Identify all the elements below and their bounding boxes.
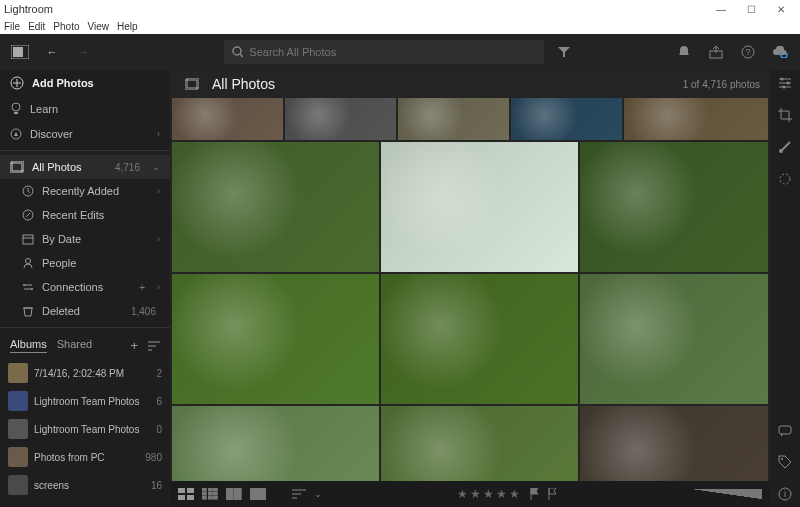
photo-thumb[interactable]: [172, 274, 379, 404]
edit-sliders-button[interactable]: [777, 76, 793, 90]
photo-thumb[interactable]: [580, 274, 768, 404]
svg-rect-10: [14, 112, 18, 114]
photo-thumb[interactable]: [580, 406, 768, 481]
svg-rect-1: [13, 47, 23, 57]
album-item[interactable]: Lightroom Team Photos0: [0, 415, 170, 443]
back-button[interactable]: ←: [40, 40, 64, 64]
svg-point-2: [233, 47, 241, 55]
crop-button[interactable]: [778, 108, 792, 122]
chevron-down-icon[interactable]: ⌄: [152, 162, 160, 172]
plus-circle-icon: [10, 76, 24, 90]
window-title: Lightroom: [4, 3, 53, 15]
search-input[interactable]: [249, 46, 536, 58]
info-button[interactable]: i: [778, 487, 792, 501]
maximize-button[interactable]: ☐: [736, 4, 766, 15]
sidebar-item-deleted[interactable]: Deleted 1,406: [0, 299, 170, 323]
photo-thumb[interactable]: [381, 406, 578, 481]
zoom-slider[interactable]: [692, 489, 762, 499]
sidebar-item-connections[interactable]: Connections + ›: [0, 275, 170, 299]
photo-thumb[interactable]: [172, 142, 379, 272]
add-photos-button[interactable]: Add Photos: [0, 70, 170, 96]
svg-rect-16: [23, 235, 33, 244]
calendar-icon: [22, 233, 34, 245]
svg-point-27: [779, 149, 783, 153]
svg-rect-29: [779, 426, 791, 434]
stack-icon: [180, 72, 204, 96]
photo-thumb[interactable]: [172, 406, 379, 481]
svg-text:?: ?: [745, 47, 750, 57]
photo-count-label: 1 of 4,716 photos: [683, 79, 760, 90]
photo-thumb[interactable]: [381, 274, 578, 404]
minimize-button[interactable]: —: [706, 4, 736, 15]
menu-view[interactable]: View: [88, 21, 110, 32]
keywords-button[interactable]: [778, 455, 792, 469]
svg-point-28: [780, 174, 790, 184]
chevron-right-icon: ›: [157, 129, 160, 139]
sidebar-item-by-date[interactable]: By Date ›: [0, 227, 170, 251]
view-grid-large-button[interactable]: [178, 488, 194, 500]
svg-point-25: [787, 82, 790, 85]
close-button[interactable]: ✕: [766, 4, 796, 15]
sidebar-discover[interactable]: Discover ›: [0, 122, 170, 146]
sidebar-item-people[interactable]: People: [0, 251, 170, 275]
album-item[interactable]: 7/14/16, 2:02:48 PM2: [0, 359, 170, 387]
menu-photo[interactable]: Photo: [53, 21, 79, 32]
photo-thumb[interactable]: [624, 98, 768, 140]
album-item[interactable]: Photos from PC980: [0, 443, 170, 471]
chevron-right-icon: ›: [157, 186, 160, 196]
sort-order-button[interactable]: [292, 489, 306, 499]
page-title: All Photos: [212, 76, 275, 92]
photos-icon: [10, 161, 24, 173]
tab-albums[interactable]: Albums: [10, 338, 47, 353]
photo-thumb[interactable]: [398, 98, 509, 140]
sort-albums-button[interactable]: [148, 341, 160, 351]
rating-stars[interactable]: ★★★★★: [457, 487, 522, 501]
cloud-sync-button[interactable]: [768, 40, 792, 64]
sidebar-item-recently-added[interactable]: Recently Added ›: [0, 179, 170, 203]
menu-edit[interactable]: Edit: [28, 21, 45, 32]
menu-file[interactable]: File: [4, 21, 20, 32]
photo-thumb[interactable]: [381, 142, 578, 272]
view-compare-button[interactable]: [226, 488, 242, 500]
trash-icon: [22, 305, 34, 317]
mask-button[interactable]: [778, 172, 792, 186]
view-detail-button[interactable]: [250, 488, 266, 500]
sort-chevron-icon[interactable]: ⌄: [314, 489, 322, 499]
add-album-button[interactable]: +: [130, 338, 138, 353]
search-icon: [232, 46, 243, 58]
photo-thumb[interactable]: [580, 142, 768, 272]
share-button[interactable]: [704, 40, 728, 64]
connections-icon: [22, 281, 34, 293]
comments-button[interactable]: [778, 425, 792, 437]
add-connection-button[interactable]: +: [139, 282, 145, 293]
chevron-right-icon: ›: [157, 234, 160, 244]
clock-icon: [22, 185, 34, 197]
person-icon: [22, 257, 34, 269]
photo-thumb[interactable]: [511, 98, 622, 140]
tab-shared[interactable]: Shared: [57, 338, 92, 353]
flag-reject-button[interactable]: [548, 488, 558, 500]
flag-pick-button[interactable]: [530, 488, 540, 500]
home-view-button[interactable]: [8, 40, 32, 64]
heal-button[interactable]: [778, 140, 792, 154]
svg-point-24: [781, 78, 784, 81]
sidebar-item-all-photos[interactable]: All Photos 4,716 ⌄: [0, 155, 170, 179]
album-item[interactable]: Lightroom Team Photos6: [0, 387, 170, 415]
help-button[interactable]: ?: [736, 40, 760, 64]
filter-button[interactable]: [552, 40, 576, 64]
photo-thumb[interactable]: [285, 98, 396, 140]
lightbulb-icon: [10, 102, 22, 116]
sidebar-item-recent-edits[interactable]: Recent Edits: [0, 203, 170, 227]
forward-button[interactable]: →: [72, 40, 96, 64]
album-item[interactable]: screens16: [0, 471, 170, 499]
svg-point-18: [26, 259, 31, 264]
svg-point-30: [781, 458, 783, 460]
sidebar-learn[interactable]: Learn: [0, 96, 170, 122]
view-grid-small-button[interactable]: [202, 488, 218, 500]
photo-thumb[interactable]: [172, 98, 283, 140]
search-box[interactable]: [224, 40, 544, 64]
menu-help[interactable]: Help: [117, 21, 138, 32]
svg-text:i: i: [784, 489, 786, 499]
notifications-button[interactable]: [672, 40, 696, 64]
svg-point-19: [23, 284, 25, 286]
